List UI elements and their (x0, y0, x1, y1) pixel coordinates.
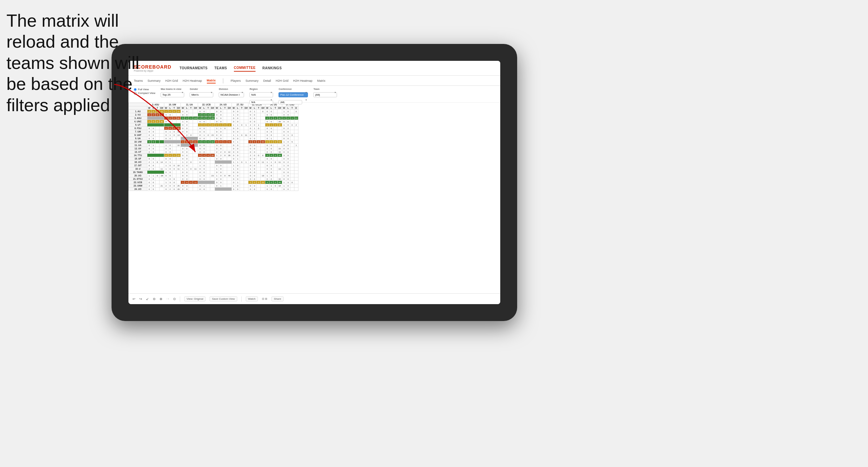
cell-6-5-dif (244, 130, 248, 133)
cell-9-5-dif (244, 140, 248, 144)
cell-10-5-dif (244, 144, 248, 147)
cell-19-3-l: 0 (202, 174, 206, 177)
matrix-scroll-area[interactable]: 3. ASU 10. UW 11. UA 22. UCB 24. UO 27. … (128, 103, 500, 293)
cell-4-6-t: 1 (257, 123, 261, 127)
undo-icon[interactable]: ↩ (132, 297, 135, 301)
cell-10-3-t (206, 144, 210, 147)
cell-20-8-dif (294, 177, 298, 181)
watch-btn[interactable]: Watch (246, 296, 258, 301)
cell-1-0-dif: 12 (160, 113, 164, 117)
cell-23-8-t (290, 188, 294, 191)
division-select[interactable]: NCAA Division I (219, 92, 244, 97)
cell-0-1-w: 1 (164, 110, 168, 113)
cell-15-8-t (290, 161, 294, 164)
nav-item-rankings[interactable]: RANKINGS (262, 65, 282, 71)
nav-item-committee[interactable]: COMMITTEE (234, 65, 256, 72)
nav-item-teams[interactable]: TEAMS (214, 65, 227, 71)
cell-23-7-t (273, 188, 278, 191)
cell-13-2-t (189, 154, 193, 157)
sub-nav-matrix2[interactable]: Matrix (317, 78, 326, 83)
cell-14-8-dif (294, 157, 298, 161)
toolbar-sep1 (180, 296, 180, 302)
nav-item-tournaments[interactable]: TOURNAMENTS (179, 65, 208, 71)
cell-9-7-dif: 53 (278, 140, 282, 144)
cell-20-4-l: 0 (219, 177, 223, 181)
cell-21-5-t (240, 181, 244, 184)
cell-12-4-w: 2 (215, 150, 219, 154)
screen-content: SCOREBOARD Powered by clippd TOURNAMENTS… (128, 61, 500, 304)
sub-nav-h2h-heatmap2[interactable]: H2H Heatmap (293, 78, 312, 83)
sub-nav-players[interactable]: Players (231, 78, 241, 83)
sub-nav-h2h-grid1[interactable]: H2H Grid (165, 78, 178, 83)
gender-select[interactable]: Men's (190, 92, 213, 97)
sub-nav-summary2[interactable]: Summary (245, 78, 259, 83)
cell-1-0-t: 0 (155, 113, 160, 117)
cell-9-5-t (240, 140, 244, 144)
cell-13-8-t (290, 154, 294, 157)
table-row: 13. UT00000000220120000001600 (129, 150, 298, 154)
cell-15-5-w: 1 (232, 161, 236, 164)
cell-21-7-dif: 44 (278, 181, 282, 184)
conference-filter: Conference Pac-12 Conference (All) (279, 88, 308, 104)
h-ua-w: W (181, 106, 185, 110)
sub-nav-matrix1[interactable]: Matrix (207, 78, 216, 83)
redo-icon[interactable]: ↪ (139, 297, 142, 301)
view-original-btn[interactable]: View: Original (184, 296, 206, 301)
save-custom-btn[interactable]: Save Custom View (210, 296, 237, 301)
conference-select[interactable]: Pac-12 Conference (279, 92, 308, 97)
cell-8-8-t (290, 137, 294, 140)
cell-6-5-t (240, 130, 244, 133)
cell-0-0-dif: 23 (160, 110, 164, 113)
cell-3-1-t (172, 120, 176, 123)
cell-11-2-t (189, 147, 193, 150)
region-select[interactable]: N/A (249, 92, 273, 97)
cell-18-2-dif (193, 171, 198, 174)
cell-0-8-dif: 0 (294, 110, 298, 113)
cell-22-2-w: 0 (181, 184, 185, 188)
cell-15-3-l: 1 (202, 161, 206, 164)
cell-19-6-l: 0 (252, 174, 257, 177)
cell-16-5-w: 1 (232, 164, 236, 167)
cell-7-1-dif: 14 (176, 133, 181, 137)
cell-8-5-dif (244, 137, 248, 140)
zoom-out-icon[interactable]: ⊖ (153, 297, 155, 301)
sub-nav-h2h-heatmap1[interactable]: H2H Heatmap (183, 78, 202, 83)
sub-nav-detail[interactable]: Detail (263, 78, 271, 83)
share-btn[interactable]: Share (271, 296, 283, 301)
cell-9-7-l: 2 (269, 140, 273, 144)
max-teams-select[interactable]: Top 25 (161, 92, 184, 97)
cell-3-8-t (290, 120, 294, 123)
cell-19-2-l: 0 (185, 174, 189, 177)
cell-17-6-dif (261, 167, 265, 171)
cell-5-2-t (189, 127, 193, 130)
zoom-in-icon[interactable]: ⊕ (160, 297, 162, 301)
refresh-icon[interactable]: ↙ (146, 297, 149, 301)
h-ucb-l: L (202, 106, 206, 110)
h-ua-d: Dif (193, 106, 198, 110)
cell-6-0-w: 0 (147, 130, 151, 133)
cell-15-7-dif: 11 (278, 161, 282, 164)
cell-2-3-l: 0 (202, 117, 206, 120)
reset-icon[interactable]: ⊙ (173, 297, 176, 301)
cell-17-1-l: 0 (168, 167, 172, 171)
cell-20-3-w: 0 (198, 177, 202, 181)
team-select[interactable]: (All) (313, 92, 337, 97)
region-select2[interactable]: N/A (249, 100, 273, 104)
cell-8-7-w: 0 (265, 137, 269, 140)
cell-10-6-t (257, 144, 261, 147)
cell-17-7-t (273, 167, 278, 171)
sub-nav-h2h-grid2[interactable]: H2H Grid (276, 78, 289, 83)
cell-19-0-l: 1 (151, 174, 155, 177)
cell-2-4-w: 0 (215, 117, 219, 120)
cell-20-0-l: 0 (151, 177, 155, 181)
h-uu-w: W (265, 106, 269, 110)
cell-16-7-t (273, 164, 278, 167)
cell-11-1-l: 0 (168, 147, 172, 150)
conference-select2[interactable]: (All) (279, 100, 302, 104)
table-row: 18. U2011100111101100101010001310 (129, 167, 298, 171)
cell-3-4-t (223, 120, 227, 123)
cell-18-5-dif (244, 171, 248, 174)
cell-3-3-dif (210, 120, 215, 123)
zoom-level: · − (166, 298, 169, 300)
cell-11-1-t (172, 147, 176, 150)
